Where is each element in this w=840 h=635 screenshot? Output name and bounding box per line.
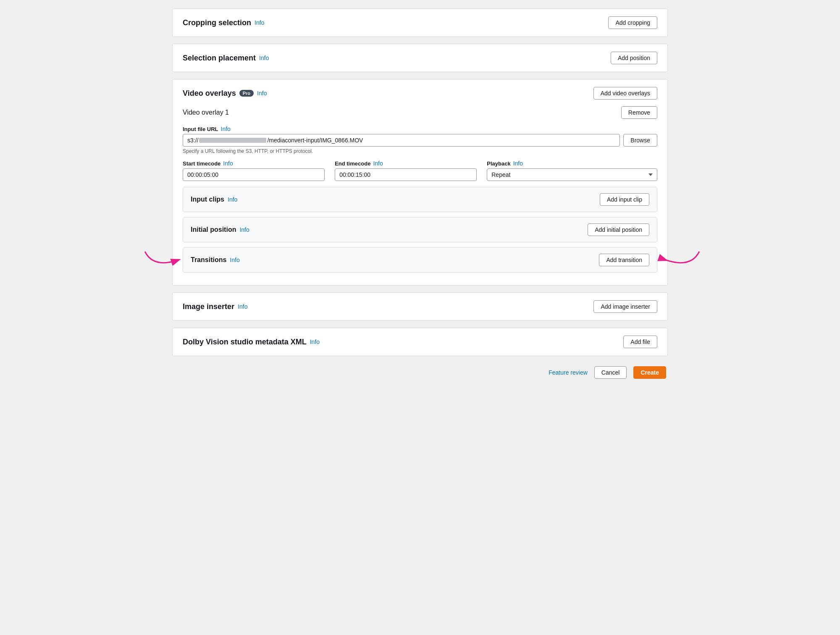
image-inserter-section: Image inserter Info Add image inserter [172,292,668,321]
video-overlay-1-header: Video overlay 1 Remove [183,106,657,119]
dolby-vision-section: Dolby Vision studio metadata XML Info Ad… [172,328,668,356]
end-timecode-label: End timecode Info [335,160,477,167]
transitions-section: Transitions Info Add transition [183,247,657,273]
end-timecode-group: End timecode Info [335,160,477,181]
input-clips-info-link[interactable]: Info [228,196,237,203]
url-masked [199,138,266,143]
start-timecode-label-text: Start timecode [183,160,220,167]
input-url-row: s3:// /mediaconvert-input/IMG_0866.MOV B… [183,134,657,147]
add-file-button[interactable]: Add file [623,336,657,348]
start-timecode-group: Start timecode Info [183,160,325,181]
end-timecode-label-text: End timecode [335,160,370,167]
start-timecode-input[interactable] [183,168,325,181]
input-file-url-field: Input file URL Info s3:// /mediaconvert-… [183,126,657,154]
add-initial-position-button[interactable]: Add initial position [588,223,649,236]
dolby-vision-title: Dolby Vision studio metadata XML Info [183,338,320,346]
add-image-inserter-button[interactable]: Add image inserter [593,300,657,313]
input-file-url-label-text: Input file URL [183,126,218,132]
dolby-vision-title-text: Dolby Vision studio metadata XML [183,338,307,346]
cancel-button[interactable]: Cancel [594,366,627,379]
video-overlays-header: Video overlays Pro Info Add video overla… [183,87,657,100]
cropping-section: Cropping selection Info Add cropping [172,8,668,37]
initial-position-header: Initial position Info Add initial positi… [191,223,649,236]
input-clips-section: Input clips Info Add input clip [183,187,657,212]
start-timecode-label: Start timecode Info [183,160,325,167]
right-arrow-icon [653,247,704,273]
playback-select[interactable]: Repeat Once Pause on last frame [487,168,657,181]
image-inserter-title: Image inserter Info [183,302,247,311]
input-file-url-label: Input file URL Info [183,126,657,132]
pro-badge: Pro [239,90,254,97]
initial-position-title-text: Initial position [191,226,236,234]
end-timecode-info-link[interactable]: Info [373,160,383,167]
add-transition-button[interactable]: Add transition [599,254,649,266]
add-position-button[interactable]: Add position [611,52,657,64]
cropping-header: Cropping selection Info Add cropping [183,16,657,29]
transitions-title: Transitions Info [191,256,240,264]
remove-overlay-button[interactable]: Remove [621,106,657,119]
image-inserter-title-text: Image inserter [183,302,234,311]
add-video-overlays-button[interactable]: Add video overlays [593,87,657,100]
video-overlays-title-text: Video overlays [183,89,236,98]
video-overlays-info-link[interactable]: Info [257,90,267,97]
cropping-title-text: Cropping selection [183,18,251,27]
input-clips-title: Input clips Info [191,196,237,203]
transitions-wrapper: Transitions Info Add transition [183,247,657,273]
image-inserter-header: Image inserter Info Add image inserter [183,300,657,313]
placement-title-text: Selection placement [183,54,256,63]
input-clips-header: Input clips Info Add input clip [191,193,649,206]
transitions-info-link[interactable]: Info [230,257,239,263]
start-timecode-info-link[interactable]: Info [223,160,233,167]
add-input-clip-button[interactable]: Add input clip [600,193,649,206]
video-overlays-section: Video overlays Pro Info Add video overla… [172,79,668,286]
playback-info-link[interactable]: Info [513,160,523,167]
placement-info-link[interactable]: Info [259,55,269,61]
placement-title: Selection placement Info [183,54,269,63]
initial-position-title: Initial position Info [191,226,249,234]
image-inserter-info-link[interactable]: Info [238,303,247,310]
video-overlay-1: Video overlay 1 Remove Input file URL In… [183,106,657,273]
url-suffix: /mediaconvert-input/IMG_0866.MOV [267,137,363,144]
input-file-url-info-link[interactable]: Info [221,126,231,132]
playback-label-text: Playback [487,160,510,167]
video-overlay-1-title: Video overlay 1 [183,109,229,116]
feature-review-link[interactable]: Feature review [549,369,588,376]
playback-group: Playback Info Repeat Once Pause on last … [487,160,657,181]
placement-header: Selection placement Info Add position [183,52,657,64]
cropping-info-link[interactable]: Info [255,19,264,26]
placement-section: Selection placement Info Add position [172,44,668,72]
transitions-header: Transitions Info Add transition [191,254,649,266]
initial-position-info-link[interactable]: Info [239,226,249,233]
dolby-vision-header: Dolby Vision studio metadata XML Info Ad… [183,336,657,348]
transitions-title-text: Transitions [191,256,226,264]
create-button[interactable]: Create [633,366,666,379]
dolby-vision-info-link[interactable]: Info [310,338,320,345]
input-url-hint: Specify a URL following the S3, HTTP, or… [183,148,657,154]
video-overlays-title: Video overlays Pro Info [183,89,267,98]
initial-position-section: Initial position Info Add initial positi… [183,217,657,242]
add-cropping-button[interactable]: Add cropping [608,16,657,29]
cropping-title: Cropping selection Info [183,18,264,27]
url-prefix: s3:// [187,137,198,144]
playback-label: Playback Info [487,160,657,167]
end-timecode-input[interactable] [335,168,477,181]
footer: Feature review Cancel Create [172,366,668,379]
left-arrow-icon [141,247,187,273]
browse-button[interactable]: Browse [623,134,657,147]
input-clips-title-text: Input clips [191,196,224,203]
input-url-display[interactable]: s3:// /mediaconvert-input/IMG_0866.MOV [183,134,620,147]
timecode-row: Start timecode Info End timecode Info Pl… [183,160,657,181]
